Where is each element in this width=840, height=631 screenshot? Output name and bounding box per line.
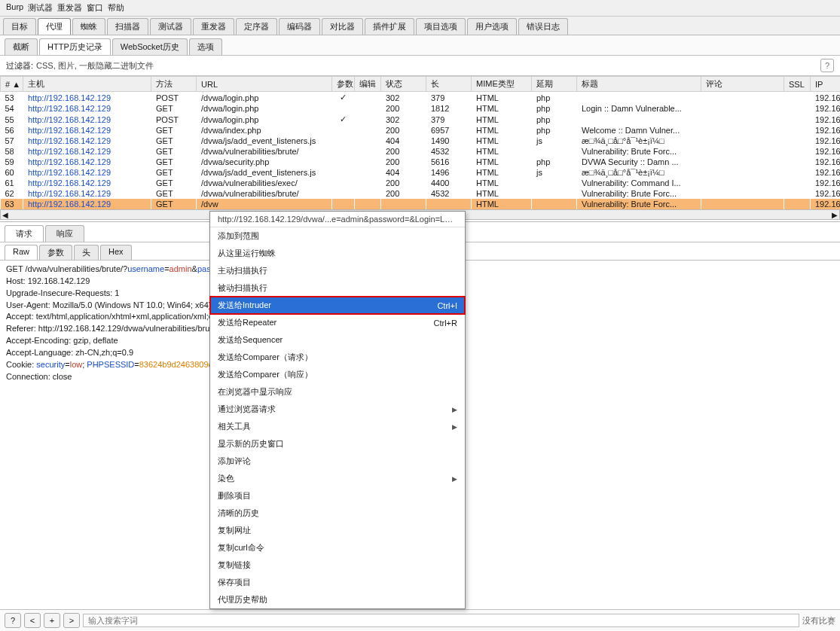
ctx-item[interactable]: 显示新的历史窗口 [210, 435, 465, 453]
ctx-item[interactable]: 发送给Comparer（响应） [210, 366, 465, 383]
table-row[interactable]: 58http://192.168.142.129GET/dvwa/vulnera… [1, 146, 841, 157]
ctx-item[interactable]: 删除项目 [210, 487, 465, 504]
col-number[interactable]: # ▲ [1, 77, 23, 92]
filter-bar[interactable]: 过滤器: CSS, 图片, 一般隐藏二进制文件 ? [0, 56, 840, 76]
view-headers[interactable]: 头 [74, 245, 99, 260]
ctx-item[interactable]: 代理历史帮助 [210, 591, 465, 608]
filter-label: 过滤器: [6, 60, 33, 72]
subtab-options[interactable]: 选项 [189, 38, 222, 55]
col-status[interactable]: 状态 [381, 77, 426, 92]
tab-comparer[interactable]: 对比器 [322, 18, 363, 35]
tab-scanner[interactable]: 扫描器 [107, 18, 148, 35]
view-params[interactable]: 参数 [39, 245, 72, 260]
table-row[interactable]: 57http://192.168.142.129GET/dvwa/js/add_… [1, 136, 841, 146]
ctx-item[interactable]: 复制链接 [210, 556, 465, 574]
col-edited[interactable]: 编辑 [355, 77, 381, 92]
menu-window[interactable]: 窗口 [87, 2, 103, 14]
col-params[interactable]: 参数 [332, 77, 355, 92]
tab-target[interactable]: 目标 [3, 18, 36, 35]
filter-text: CSS, 图片, 一般隐藏二进制文件 [36, 60, 817, 72]
search-status: 没有比赛 [802, 615, 835, 626]
tab-sequencer[interactable]: 定序器 [236, 18, 277, 35]
ctx-item[interactable]: 添加到范围 [210, 227, 465, 245]
tab-user-options[interactable]: 用户选项 [467, 18, 517, 35]
footer-help[interactable]: ? [5, 613, 21, 628]
tab-alerts[interactable]: 错误日志 [518, 18, 568, 35]
footer-back[interactable]: < [24, 613, 41, 628]
table-row[interactable]: 54http://192.168.142.129GET/dvwa/login.p… [1, 103, 841, 114]
table-row[interactable]: 61http://192.168.142.129GET/dvwa/vulnera… [1, 178, 841, 188]
ctx-item[interactable]: 复制网址 [210, 522, 465, 539]
view-hex[interactable]: Hex [100, 245, 132, 260]
search-input[interactable] [83, 614, 799, 627]
table-row[interactable]: 59http://192.168.142.129GET/dvwa/securit… [1, 157, 841, 167]
ctx-item[interactable]: 发送给Sequencer [210, 331, 465, 349]
col-host[interactable]: 主机 [23, 77, 151, 92]
ctx-header: http://192.168.142.129/dvwa/...e=admin&p… [210, 212, 465, 227]
tab-repeater[interactable]: 重发器 [193, 18, 234, 35]
col-ssl[interactable]: SSL [784, 77, 811, 92]
ctx-item[interactable]: 主动扫描执行 [210, 262, 465, 279]
col-mime[interactable]: MIME类型 [472, 77, 532, 92]
help-button[interactable]: ? [820, 59, 834, 72]
col-url[interactable]: URL [197, 77, 332, 92]
search-footer: ? < + > 没有比赛 [0, 609, 840, 631]
tab-intruder[interactable]: 测试器 [150, 18, 191, 35]
col-extension[interactable]: 延期 [532, 77, 577, 92]
table-row[interactable]: 56http://192.168.142.129GET/dvwa/index.p… [1, 125, 841, 136]
tab-project-options[interactable]: 项目选项 [416, 18, 466, 35]
ctx-item[interactable]: 发送给RepeaterCtrl+R [210, 314, 465, 331]
tab-extender[interactable]: 插件扩展 [365, 18, 414, 35]
menu-burp[interactable]: Burp [6, 2, 23, 14]
tab-request[interactable]: 请求 [5, 225, 44, 242]
ctx-item[interactable]: 被动扫描执行 [210, 279, 465, 297]
ctx-item[interactable]: 复制curl命令 [210, 539, 465, 556]
menubar: Burp 测试器 重发器 窗口 帮助 [0, 0, 840, 17]
proxy-subtabs: 截断 HTTP历史记录 WebSocket历史 选项 [0, 35, 840, 56]
ctx-item[interactable]: 添加评论 [210, 453, 465, 470]
table-row[interactable]: 53http://192.168.142.129POST/dvwa/login.… [1, 92, 841, 104]
col-method[interactable]: 方法 [151, 77, 197, 92]
table-row[interactable]: 62http://192.168.142.129GET/dvwa/vulnera… [1, 188, 841, 199]
ctx-item[interactable]: 发送给IntruderCtrl+I [210, 297, 465, 314]
col-ip[interactable]: IP [811, 77, 841, 92]
col-title[interactable]: 标题 [577, 77, 701, 92]
table-row[interactable]: 55http://192.168.142.129POST/dvwa/login.… [1, 114, 841, 125]
footer-plus[interactable]: + [44, 613, 60, 628]
tab-proxy[interactable]: 代理 [38, 18, 71, 35]
ctx-item[interactable]: 发送给Comparer（请求） [210, 349, 465, 366]
ctx-item[interactable]: 染色 [210, 470, 465, 487]
menu-help[interactable]: 帮助 [108, 2, 124, 14]
tab-response[interactable]: 响应 [45, 225, 84, 242]
col-comment[interactable]: 评论 [701, 77, 784, 92]
history-table-wrap: # ▲ 主机 方法 URL 参数 编辑 状态 长 MIME类型 延期 标题 评论… [0, 76, 840, 220]
view-raw[interactable]: Raw [5, 245, 38, 260]
ctx-item[interactable]: 保存项目 [210, 574, 465, 591]
ctx-item[interactable]: 在浏览器中显示响应 [210, 383, 465, 401]
subtab-intercept[interactable]: 截断 [5, 38, 38, 55]
ctx-item[interactable]: 从这里运行蜘蛛 [210, 245, 465, 262]
footer-forward[interactable]: > [63, 613, 80, 628]
table-row[interactable]: 63http://192.168.142.129GET/dvwHTMLVulne… [1, 199, 841, 209]
tab-decoder[interactable]: 编码器 [279, 18, 320, 35]
menu-intruder[interactable]: 测试器 [28, 2, 53, 14]
col-length[interactable]: 长 [426, 77, 472, 92]
context-menu: http://192.168.142.129/dvwa/...e=admin&p… [209, 211, 466, 609]
ctx-item[interactable]: 相关工具 [210, 418, 465, 435]
history-table[interactable]: # ▲ 主机 方法 URL 参数 编辑 状态 长 MIME类型 延期 标题 评论… [0, 76, 840, 209]
subtab-http-history[interactable]: HTTP历史记录 [39, 38, 111, 55]
ctx-item[interactable]: 通过浏览器请求 [210, 401, 465, 418]
menu-repeater[interactable]: 重发器 [57, 2, 82, 14]
main-tabs: 目标 代理 蜘蛛 扫描器 测试器 重发器 定序器 编码器 对比器 插件扩展 项目… [0, 17, 840, 35]
table-row[interactable]: 60http://192.168.142.129GET/dvwa/js/add_… [1, 167, 841, 178]
subtab-ws-history[interactable]: WebSocket历史 [112, 38, 188, 55]
tab-spider[interactable]: 蜘蛛 [72, 18, 105, 35]
ctx-item[interactable]: 清晰的历史 [210, 504, 465, 522]
